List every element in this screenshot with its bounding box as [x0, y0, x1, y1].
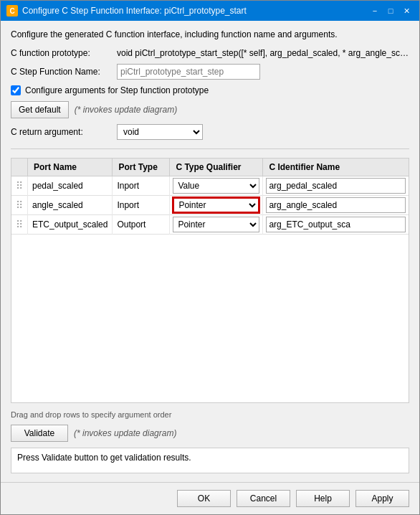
configure-args-label: Configure arguments for Step function pr… [25, 85, 209, 95]
table-header-row: Port Name Port Type C Type Qualifier C I… [11, 159, 409, 176]
dialog-footer: OK Cancel Help Apply [1, 482, 419, 514]
get-default-button[interactable]: Get default [11, 101, 69, 118]
configure-args-row: Configure arguments for Step function pr… [11, 85, 409, 95]
port-name-cell: ETC_output_scaled [28, 215, 113, 235]
title-controls: − □ ✕ [368, 5, 414, 16]
step-name-row: C Step Function Name: [11, 64, 409, 80]
identifier-header: C Identifier Name [263, 159, 409, 176]
table-row: ⠿pedal_scaledInportValuePointerConst Poi… [11, 176, 409, 196]
validate-row: Validate (* invokes update diagram) [11, 425, 409, 442]
qualifier-cell[interactable]: ValuePointerConst Pointer [170, 196, 263, 215]
qualifier-select[interactable]: ValuePointerConst Pointer [173, 197, 259, 213]
table-row: ⠿ETC_output_scaledOutportValuePointerCon… [11, 215, 409, 235]
port-name-cell: pedal_scaled [28, 176, 113, 196]
identifier-input[interactable] [266, 197, 406, 213]
identifier-input[interactable] [266, 217, 406, 232]
qualifier-select[interactable]: ValuePointerConst Pointer [173, 217, 259, 232]
return-arg-label: C return argument: [11, 127, 111, 137]
drag-col-header [11, 159, 28, 176]
port-type-cell: Inport [113, 196, 170, 215]
drag-handle[interactable]: ⠿ [11, 196, 28, 215]
configure-args-checkbox[interactable] [11, 85, 21, 95]
drag-handle[interactable]: ⠿ [11, 176, 28, 196]
window-title: Configure C Step Function Interface: piC… [22, 6, 247, 16]
argument-table: Port Name Port Type C Type Qualifier C I… [11, 159, 409, 235]
step-name-label: C Step Function Name: [11, 67, 111, 77]
validation-result-box: Press Validate button to get validation … [11, 448, 409, 473]
dialog-content: Configure the generated C function inter… [1, 21, 419, 482]
apply-button[interactable]: Apply [355, 490, 409, 507]
return-arg-row: C return argument: void int float double [11, 124, 409, 140]
qualifier-cell[interactable]: ValuePointerConst Pointer [170, 176, 263, 196]
return-arg-select[interactable]: void int float double [117, 124, 203, 140]
port-type-header: Port Type [113, 159, 170, 176]
port-type-cell: Inport [113, 176, 170, 196]
drag-note: Drag and drop rows to specify argument o… [11, 410, 409, 419]
port-name-header: Port Name [28, 159, 113, 176]
help-button[interactable]: Help [296, 490, 350, 507]
qualifier-header: C Type Qualifier [170, 159, 263, 176]
validate-button[interactable]: Validate [11, 425, 68, 442]
title-bar: C Configure C Step Function Interface: p… [1, 1, 419, 21]
qualifier-cell[interactable]: ValuePointerConst Pointer [170, 215, 263, 235]
close-button[interactable]: ✕ [399, 5, 414, 16]
identifier-cell[interactable] [263, 176, 409, 196]
argument-table-container: Port Name Port Type C Type Qualifier C I… [11, 158, 409, 403]
title-bar-left: C Configure C Step Function Interface: p… [6, 5, 247, 16]
port-type-cell: Outport [113, 215, 170, 235]
cancel-button[interactable]: Cancel [237, 490, 290, 507]
description-text: Configure the generated C function inter… [11, 29, 409, 39]
get-default-row: Get default (* invokes update diagram) [11, 101, 409, 118]
window-icon: C [6, 5, 18, 16]
maximize-button[interactable]: □ [383, 5, 398, 16]
drag-handle[interactable]: ⠿ [11, 215, 28, 235]
prototype-label: C function prototype: [11, 48, 111, 58]
identifier-cell[interactable] [263, 215, 409, 235]
prototype-value: void piCtrl_prototype_start_step([* self… [117, 48, 409, 58]
identifier-input[interactable] [266, 178, 406, 194]
table-row: ⠿angle_scaledInportValuePointerConst Poi… [11, 196, 409, 215]
main-window: C Configure C Step Function Interface: p… [0, 0, 420, 515]
prototype-row: C function prototype: void piCtrl_protot… [11, 48, 409, 58]
step-name-input[interactable] [117, 64, 260, 80]
port-name-cell: angle_scaled [28, 196, 113, 215]
validate-note: (* invokes update diagram) [74, 428, 176, 438]
identifier-cell[interactable] [263, 196, 409, 215]
separator-1 [11, 148, 409, 149]
get-default-note: (* invokes update diagram) [75, 105, 177, 115]
qualifier-select[interactable]: ValuePointerConst Pointer [173, 178, 259, 194]
minimize-button[interactable]: − [368, 5, 382, 16]
ok-button[interactable]: OK [177, 490, 231, 507]
table-body: ⠿pedal_scaledInportValuePointerConst Poi… [11, 176, 409, 235]
